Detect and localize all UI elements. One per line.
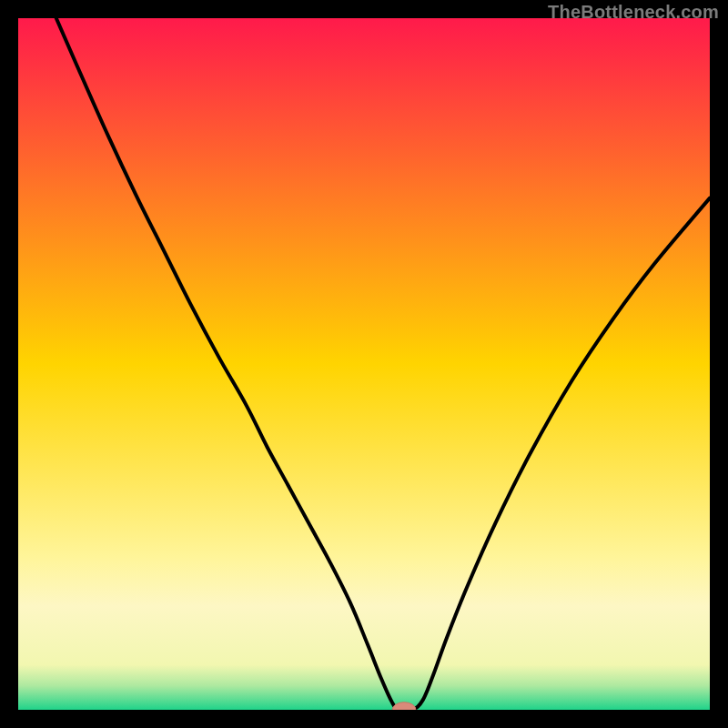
plot-area: [18, 18, 710, 710]
watermark-text: TheBottleneck.com: [548, 2, 719, 23]
plot-svg: [18, 18, 710, 710]
gradient-background: [18, 18, 710, 710]
chart-frame: TheBottleneck.com: [0, 0, 728, 728]
